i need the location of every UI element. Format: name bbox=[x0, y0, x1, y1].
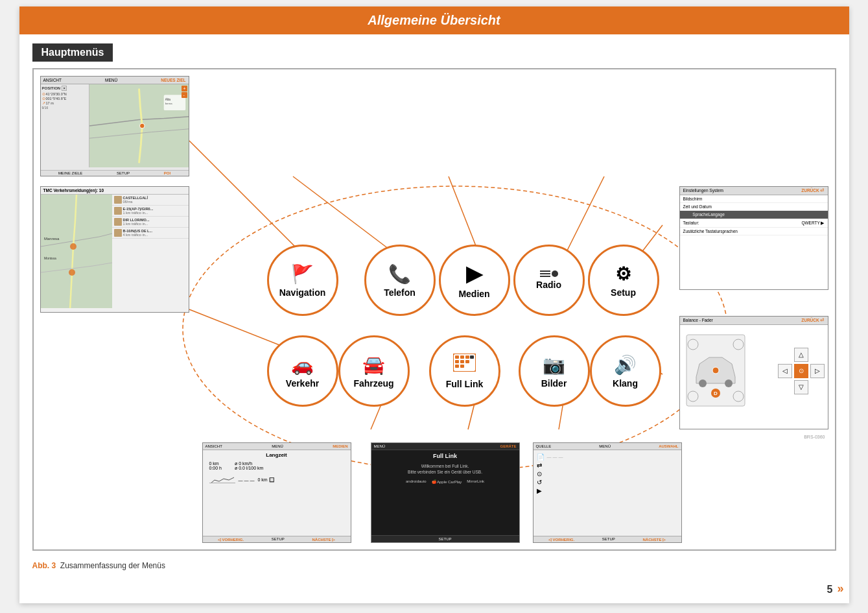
svg-text:Alta: Alta bbox=[165, 98, 170, 101]
bild-header-mid: MENÜ bbox=[599, 444, 611, 448]
traffic-item-2: E-15(AP-7)/GIR0...1 km tráfico in... bbox=[112, 206, 189, 217]
fulllink-icon bbox=[453, 354, 476, 376]
traffic-panel: TMC Verkehrsmeldung(en): 10 bbox=[40, 186, 189, 313]
svg-rect-36 bbox=[460, 360, 464, 363]
verkehr-icon: 🚗 bbox=[291, 354, 314, 376]
telefon-label: Telefon bbox=[384, 287, 416, 298]
nav-zoom-out[interactable]: - bbox=[182, 92, 187, 98]
svg-rect-32 bbox=[455, 355, 459, 359]
bubble-klang[interactable]: 🔊 Klang bbox=[590, 335, 661, 407]
fahr-footer-left: ◁ VORHERIG. bbox=[218, 537, 244, 542]
fulllink-label: Full Link bbox=[446, 379, 484, 389]
bild-header-right: AUSWAHL bbox=[659, 444, 678, 448]
nav-position-label: POSITION bbox=[42, 86, 61, 90]
setup-bildschirm[interactable]: Bildschirm bbox=[680, 195, 828, 203]
bubble-telefon[interactable]: 📞 Telefon bbox=[364, 245, 436, 316]
radio-label: Radio bbox=[536, 280, 561, 290]
setup-extra[interactable]: Zusätzliche Tastatursprachen bbox=[680, 228, 828, 235]
section-title: Hauptmenüs bbox=[32, 43, 113, 62]
svg-rect-39 bbox=[460, 365, 464, 368]
fl-sub: Willkommen bei Full Link.Bitte verbinden… bbox=[371, 462, 519, 476]
klang-label: Klang bbox=[613, 378, 638, 389]
balance-title: Balance - Fader bbox=[683, 318, 713, 323]
radio-icon bbox=[540, 270, 558, 277]
page-number: 5 bbox=[827, 584, 833, 595]
traffic-item-4: B-10/N(US DE L...4 km tráfico in... bbox=[112, 228, 189, 239]
svg-point-22 bbox=[699, 379, 707, 387]
svg-rect-38 bbox=[455, 365, 459, 368]
balance-right[interactable]: ▷ bbox=[810, 364, 825, 378]
fahr-footer-mid: SETUP bbox=[272, 537, 285, 542]
medien-icon: ▶ bbox=[466, 261, 482, 286]
bubble-verkehr[interactable]: 🚗 Verkehr bbox=[267, 335, 338, 407]
bubble-navigation[interactable]: 🚩 Navigation bbox=[267, 245, 338, 316]
bild-item-3: ⊙ bbox=[537, 470, 678, 477]
bubble-fahrzeug[interactable]: 🚘 Fahrzeug bbox=[338, 335, 410, 407]
fahr-speed: ø 0 km/hø 0.0 l/100 km bbox=[235, 461, 263, 470]
svg-text:Manresa: Manresa bbox=[44, 237, 60, 241]
fahr-title: Langzeit bbox=[203, 450, 351, 460]
svg-rect-41 bbox=[209, 483, 235, 483]
fahrzeug-screen: ANSICHT MENÜ MEDIEN Langzeit 0 km0:00 h … bbox=[202, 442, 351, 543]
svg-rect-34 bbox=[465, 355, 469, 359]
setup-sprache[interactable]: SpracheLangage bbox=[680, 211, 828, 219]
svg-rect-33 bbox=[460, 355, 464, 359]
setup-tastatur[interactable]: Tastatur: QWERTY ▶ bbox=[680, 219, 828, 228]
fl-brands: androidauto 🍎 Apple CarPlay MirrorLink bbox=[371, 476, 519, 487]
setup-title: Einstellungen System bbox=[683, 188, 724, 193]
fl-footer-mid: SETUP bbox=[438, 537, 451, 541]
balance-down[interactable]: ▽ bbox=[794, 380, 808, 394]
nav-page: 9/16 bbox=[42, 106, 88, 110]
setup-back: ZURÜCK ⏎ bbox=[801, 188, 824, 193]
nav-footer-mid: SETUP bbox=[117, 171, 130, 175]
bubble-setup[interactable]: ⚙ Setup bbox=[588, 245, 659, 316]
medien-label: Medien bbox=[458, 289, 489, 299]
bild-item-1: 📄 — — — bbox=[537, 453, 678, 461]
diagram-area: SMS MENÜ KONTAKTE 9:50 PHONE 1 24.0°C Pr… bbox=[40, 76, 828, 543]
balance-up[interactable]: △ bbox=[794, 348, 808, 362]
fahrzeug-label: Fahrzeug bbox=[353, 378, 393, 389]
fl-title: Full Link bbox=[371, 450, 519, 462]
bubble-fulllink[interactable]: Full Link bbox=[429, 335, 500, 407]
fahr-footer-right: NÄCHSTE ▷ bbox=[312, 537, 336, 542]
svg-rect-16 bbox=[41, 195, 112, 308]
next-arrow[interactable]: » bbox=[837, 582, 843, 595]
setup-zeit[interactable]: Zeit und Datum bbox=[680, 203, 828, 211]
nav-map-panel: ANSICHT MENÜ NEUES ZIEL POSITION ✕ ⊙ 41°… bbox=[40, 76, 189, 176]
bubble-bilder[interactable]: 📷 Bilder bbox=[519, 335, 590, 407]
fahrzeug-icon: 🚘 bbox=[362, 354, 385, 376]
svg-rect-35 bbox=[455, 360, 459, 363]
bild-footer-mid: SETUP bbox=[602, 537, 615, 542]
svg-text:D: D bbox=[714, 391, 718, 396]
bubble-radio[interactable]: Radio bbox=[513, 245, 585, 316]
traffic-item-3: DIR LLOR/MO...1 km tráfico in... bbox=[112, 217, 189, 228]
bilder-label: Bilder bbox=[541, 378, 567, 389]
bild-item-4: ↺ bbox=[537, 479, 678, 486]
fahr-val: — — — bbox=[239, 478, 255, 483]
nav-lat: 41°29'30.0"N bbox=[46, 92, 67, 96]
fl-header-right: GERÄTE bbox=[500, 444, 516, 448]
klang-icon: 🔊 bbox=[614, 354, 637, 376]
balance-center[interactable]: ⊙ bbox=[794, 364, 808, 378]
svg-rect-40 bbox=[470, 355, 474, 359]
fl-header-mid: MENÜ bbox=[374, 444, 386, 448]
svg-text:Montssa: Montssa bbox=[44, 256, 56, 260]
balance-left[interactable]: ◁ bbox=[778, 364, 792, 378]
nav-header-left: ANSICHT bbox=[43, 78, 62, 82]
bild-header-left: QUELLE bbox=[536, 444, 552, 448]
bild-item-2: ⇄ bbox=[537, 462, 678, 469]
fahr-footer-val: 0 km 🔲 bbox=[257, 477, 274, 483]
nav-lon: 001°5'40.8"E bbox=[46, 97, 67, 101]
setup-panel: Einstellungen System ZURÜCK ⏎ Bildschirm… bbox=[679, 186, 828, 290]
bilder-icon: 📷 bbox=[543, 354, 565, 376]
balance-panel: Balance - Fader ZURÜCK ⏎ bbox=[679, 316, 828, 429]
traffic-header: TMC Verkehrsmeldung(en): 10 bbox=[41, 187, 189, 195]
fahr-km: 0 km0:00 h bbox=[209, 461, 222, 470]
svg-point-23 bbox=[725, 379, 733, 387]
main-content: SMS MENÜ KONTAKTE 9:50 PHONE 1 24.0°C Pr… bbox=[32, 68, 836, 551]
nav-header-right: NEUES ZIEL bbox=[161, 78, 185, 82]
setup-label: Setup bbox=[611, 287, 636, 298]
traffic-item-1: CASTELLGALÍ08/ms bbox=[112, 195, 189, 206]
bubble-medien[interactable]: ▶ Medien bbox=[439, 245, 510, 316]
nav-zoom-in[interactable]: + bbox=[182, 86, 187, 91]
